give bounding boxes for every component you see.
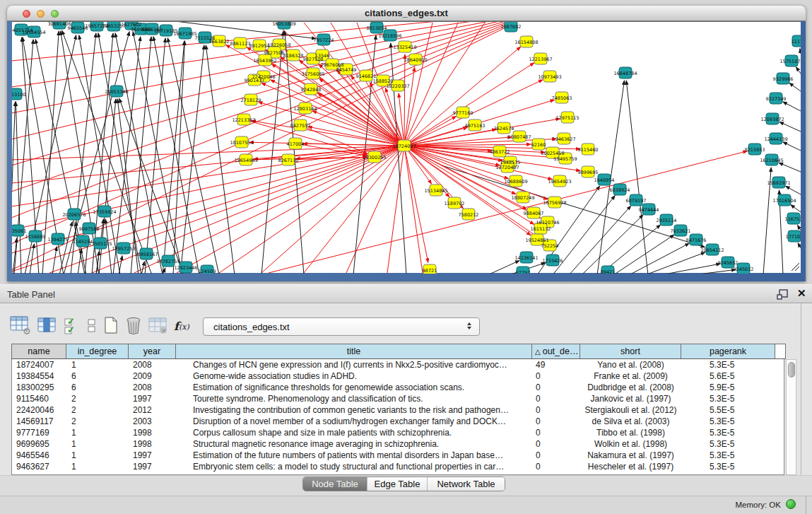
graph-edge bbox=[645, 252, 705, 274]
graph-node-label: 1640954 bbox=[594, 177, 615, 183]
graph-node-label: 6838924 bbox=[610, 187, 630, 193]
table-row[interactable]: 1872400712008Changes of HCN gene express… bbox=[12, 359, 784, 370]
import-table-disabled-icon: ✕ bbox=[148, 315, 168, 335]
table-cell: 0 bbox=[532, 450, 580, 461]
table-cell: 0 bbox=[532, 382, 580, 393]
table-row[interactable]: 946362711997Embryonic stem cells: a mode… bbox=[12, 461, 784, 472]
column-header-name[interactable]: name bbox=[12, 344, 66, 358]
window-close-button[interactable] bbox=[23, 10, 30, 18]
table-cell: 5.3E-5 bbox=[681, 461, 775, 472]
table-cell: 1 bbox=[66, 438, 129, 450]
graph-node-label: 14136141 bbox=[514, 255, 538, 261]
column-header-short[interactable]: short bbox=[580, 344, 681, 358]
graph-edge bbox=[300, 125, 367, 154]
column-header-title[interactable]: title bbox=[176, 344, 532, 358]
table-cell: 1997 bbox=[129, 393, 176, 404]
graph-node-label: 4975163 bbox=[465, 123, 486, 129]
network-graph[interactable]: 2405571419384554306914069465546196572741… bbox=[12, 22, 801, 274]
table-row[interactable]: 1830029562008Estimation of significance … bbox=[12, 382, 784, 393]
graph-node-label: 7957224 bbox=[314, 37, 334, 43]
table-header-row[interactable]: namein_degreeyeartitle△ out_de…shortpage… bbox=[11, 344, 786, 359]
table-cell: 1 bbox=[66, 427, 129, 438]
network-canvas[interactable]: 2405571419384554306914069465546196572741… bbox=[12, 21, 801, 273]
table-cell: 14569117 bbox=[12, 416, 66, 427]
dropdown-arrows-icon bbox=[467, 322, 471, 329]
graph-node-label: 9901437 bbox=[245, 78, 265, 83]
graph-node-label: 57797 bbox=[516, 270, 531, 274]
graph-node-label: 752254 bbox=[541, 243, 559, 249]
window-titlebar[interactable]: citations_edges.txt bbox=[7, 6, 806, 21]
graph-node-label: 2935114 bbox=[657, 218, 677, 223]
table-row[interactable]: 1456911722003Disruption of a novel membe… bbox=[12, 416, 784, 427]
table-selector-dropdown[interactable]: citations_edges.txt bbox=[203, 317, 480, 336]
column-header-year[interactable]: year bbox=[129, 344, 176, 358]
graph-node-label: 15134845 bbox=[424, 188, 447, 194]
graph-edge bbox=[12, 102, 16, 274]
graph-node-label: 8427552 bbox=[290, 123, 311, 129]
memory-status-label: Memory: OK bbox=[735, 501, 781, 509]
graph-node-label: 16671985 bbox=[173, 31, 196, 37]
memory-ok-icon[interactable] bbox=[786, 499, 796, 509]
table-cell: 0 bbox=[532, 438, 580, 450]
table-cell: 9115460 bbox=[12, 393, 66, 404]
graph-node-label: 7632621 bbox=[671, 228, 691, 234]
column-header-in_degree[interactable]: in_degree bbox=[66, 344, 129, 358]
graph-edge bbox=[800, 49, 801, 54]
status-divider bbox=[806, 496, 806, 514]
table-row[interactable]: 911546021997Tourette syndrome. Phenomeno… bbox=[12, 393, 784, 404]
table-settings-icon[interactable]: ⚙ bbox=[10, 315, 32, 335]
panel-title: Table Panel bbox=[7, 289, 55, 300]
table-row[interactable]: 2242004622012Investigating the contribut… bbox=[12, 404, 784, 416]
graph-node-label: 12213363 bbox=[232, 117, 255, 123]
tab-node-table[interactable]: Node Table bbox=[303, 477, 367, 491]
graph-node-label: 1394275 bbox=[48, 237, 69, 243]
graph-node-label: 9245652 bbox=[718, 260, 739, 266]
graph-node-label: 18300295 bbox=[363, 155, 386, 160]
table-columns-icon[interactable] bbox=[37, 315, 59, 335]
graph-edge bbox=[12, 146, 404, 253]
column-header-out_de[interactable]: △ out_de… bbox=[532, 344, 580, 358]
close-panel-icon[interactable]: ✕ bbox=[797, 287, 806, 300]
table-toolbar: ⚙✓✓✕f(x) bbox=[10, 313, 195, 337]
window-zoom-button[interactable] bbox=[51, 10, 59, 18]
select-columns-icon[interactable]: ✓✓ bbox=[64, 315, 81, 335]
graph-edge bbox=[52, 247, 57, 274]
function-builder-icon[interactable]: f(x) bbox=[173, 315, 190, 335]
table-row[interactable]: 946554611997Estimation of the future num… bbox=[12, 450, 784, 461]
table-row[interactable]: 977716911998Corpus callosum shape and si… bbox=[12, 427, 784, 438]
graph-node-label: 8454749 bbox=[336, 67, 357, 73]
new-document-icon[interactable] bbox=[102, 315, 119, 335]
scrollbar-thumb[interactable] bbox=[788, 362, 795, 378]
table-cell: 22420046 bbox=[12, 404, 66, 416]
table-cell: 19384554 bbox=[12, 370, 66, 382]
table-row[interactable]: 1938455462009Genome-wide association stu… bbox=[12, 370, 784, 382]
table-row[interactable]: 969969511998Structural magnetic resonanc… bbox=[12, 438, 784, 450]
table-cell: 18724007 bbox=[12, 359, 66, 370]
table-cell: 9463627 bbox=[12, 461, 66, 472]
table-cell: 0 bbox=[532, 461, 580, 472]
window-minimize-button[interactable] bbox=[37, 10, 45, 18]
table-body[interactable]: 1872400712008Changes of HCN gene express… bbox=[11, 359, 784, 475]
rows-icon[interactable] bbox=[86, 315, 97, 335]
table-cell: Investigating the contribution of common… bbox=[176, 404, 532, 416]
float-panel-icon[interactable] bbox=[777, 289, 789, 303]
trash-icon[interactable] bbox=[124, 315, 143, 335]
graph-node-label: 89421 bbox=[601, 269, 616, 274]
tab-network-table[interactable]: Network Table bbox=[427, 477, 505, 491]
column-header-pagerank[interactable]: pagerank bbox=[681, 344, 775, 358]
graph-node-label: 10973493 bbox=[538, 74, 561, 80]
graph-node-label: 124509 bbox=[199, 269, 216, 274]
tab-edge-table[interactable]: Edge Table bbox=[367, 477, 427, 491]
table-cell: Tourette syndrome. Phenomenology and cla… bbox=[176, 393, 532, 404]
table-cell: 0 bbox=[532, 370, 580, 382]
graph-edge bbox=[206, 45, 235, 274]
table-cell: Tibbo et al. (1998) bbox=[580, 427, 681, 438]
vertical-scrollbar[interactable] bbox=[786, 359, 796, 475]
graph-edge bbox=[783, 142, 801, 151]
graph-node-label: 1189702 bbox=[445, 201, 465, 206]
graph-node-label: 18807249 bbox=[511, 195, 534, 201]
table-selector-value: citations_edges.txt bbox=[213, 322, 290, 332]
table-cell: 5.9E-5 bbox=[681, 382, 775, 393]
table-cell: 0 bbox=[532, 427, 580, 438]
graph-node-label: 19654923 bbox=[548, 179, 571, 185]
